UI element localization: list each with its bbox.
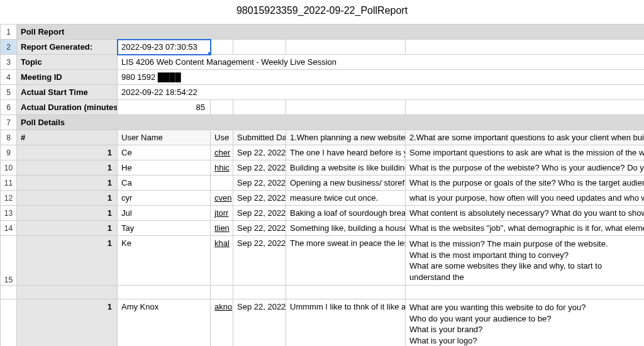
row-number[interactable]: 15 (1, 236, 17, 286)
cell-num[interactable]: 1 (17, 221, 118, 236)
col-header-user-name[interactable]: User Name (118, 130, 211, 145)
label-duration[interactable]: Actual Duration (minutes) (17, 100, 118, 115)
row-number[interactable] (1, 286, 17, 299)
cell-q1[interactable]: Something like, building a house? (286, 221, 406, 236)
label-meeting-id[interactable]: Meeting ID (17, 70, 118, 85)
row-number[interactable]: 6 (1, 100, 17, 115)
grid-cell[interactable] (286, 40, 406, 55)
grid-cell[interactable] (211, 286, 233, 299)
email-link[interactable]: cven (214, 193, 231, 203)
cell-q1[interactable]: The one I have heard before is you (286, 145, 406, 160)
grid-cell[interactable] (406, 100, 645, 115)
cell-meeting-id[interactable]: 980 1592 ████ (118, 70, 645, 85)
email-link[interactable]: khal (214, 238, 230, 248)
grid-cell[interactable] (233, 40, 286, 55)
section-poll-details[interactable]: Poll Details (17, 115, 645, 130)
cell-submitted-date[interactable]: Sep 22, 2022 (233, 299, 286, 346)
cell-topic[interactable]: LIS 4206 Web Content Management - Weekly… (118, 55, 645, 70)
col-header-q2[interactable]: 2.What are some important questions to a… (406, 130, 645, 145)
cell-num[interactable]: 1 (17, 145, 118, 160)
col-header-num[interactable]: # (17, 130, 118, 145)
section-header[interactable]: Poll Report (17, 25, 645, 40)
cell-num[interactable]: 1 (17, 160, 118, 176)
row-number[interactable]: 16 (1, 299, 17, 346)
email-link[interactable]: akno (214, 302, 232, 311)
grid-row[interactable]: 5 Actual Start Time 2022-09-22 18:54:22 (1, 85, 645, 100)
cell-user-email[interactable] (211, 176, 233, 191)
row-number[interactable]: 13 (1, 206, 17, 221)
row-number[interactable]: 2 (1, 40, 17, 55)
table-row[interactable]: 131JuljtorrSep 22, 2022Baking a loaf of … (1, 206, 645, 221)
cell-duration[interactable]: 85 (118, 100, 211, 115)
cell-q2[interactable]: what is your purpose, how often will you… (406, 191, 645, 206)
cell-num[interactable]: 1 (17, 176, 118, 191)
label-start-time[interactable]: Actual Start Time (17, 85, 118, 100)
cell-q1[interactable]: The more sweat in peace the less (286, 236, 406, 286)
table-row[interactable]: 121cyrcvenSep 22, 2022measure twice cut … (1, 191, 645, 206)
cell-q2[interactable]: What is the websites "job", what demogra… (406, 221, 645, 236)
cell-q1[interactable]: Building a website is like building a (286, 160, 406, 176)
cell-submitted-date[interactable]: Sep 22, 2022 (233, 191, 286, 206)
cell-q2[interactable]: What is the purpose of the webiste? Who … (406, 160, 645, 176)
cell-user-email[interactable]: cven (211, 191, 233, 206)
cell-submitted-date[interactable]: Sep 22, 2022 (233, 176, 286, 191)
grid-row[interactable]: 1 Poll Report (1, 25, 645, 40)
table-row[interactable]: 151KekhalSep 22, 2022The more sweat in p… (1, 236, 645, 286)
cell-report-generated[interactable]: 2022-09-23 07:30:53 (118, 40, 211, 55)
cell-num[interactable]: 1 (17, 206, 118, 221)
row-number[interactable]: 8 (1, 130, 17, 145)
grid-cell[interactable] (17, 286, 118, 299)
cell-q2[interactable]: What is the purpose or goals of the site… (406, 176, 645, 191)
grid-cell[interactable] (118, 286, 211, 299)
cell-user-email[interactable]: cher (211, 145, 233, 160)
grid-cell[interactable] (211, 100, 233, 115)
label-report-generated[interactable]: Report Generated: (17, 40, 118, 55)
table-row[interactable]: 91CecherSep 22, 2022The one I have heard… (1, 145, 645, 160)
table-row[interactable]: 161Amy KnoxaknoSep 22, 2022Ummmm I like … (1, 299, 645, 346)
cell-user-name[interactable]: Ca (118, 176, 211, 191)
grid-row[interactable]: 6 Actual Duration (minutes) 85 (1, 100, 645, 115)
grid-cell[interactable] (286, 286, 406, 299)
cell-q2[interactable]: What is the mission? The main purpose of… (406, 236, 645, 286)
cell-user-name[interactable]: Jul (118, 206, 211, 221)
row-number[interactable]: 4 (1, 70, 17, 85)
cell-q2[interactable]: What are you wanting this website to do … (406, 299, 645, 346)
table-row[interactable]: 141TaytlienSep 22, 2022Something like, b… (1, 221, 645, 236)
cell-num[interactable]: 1 (17, 299, 118, 346)
row-number[interactable]: 14 (1, 221, 17, 236)
selection-handle[interactable] (208, 52, 211, 55)
email-link[interactable]: cher (214, 148, 230, 157)
grid-row[interactable]: 2 Report Generated: 2022-09-23 07:30:53 (1, 40, 645, 55)
grid-cell[interactable] (233, 286, 286, 299)
row-number[interactable]: 1 (1, 25, 17, 40)
spreadsheet-grid[interactable]: 1 Poll Report 2 Report Generated: 2022-0… (0, 24, 644, 346)
cell-user-name[interactable]: Amy Knox (118, 299, 211, 346)
cell-q2[interactable]: Some important questions to ask are what… (406, 145, 645, 160)
grid-cell[interactable] (406, 40, 645, 55)
cell-user-name[interactable]: Ce (118, 145, 211, 160)
col-header-q1[interactable]: 1.When planning a new website, w (286, 130, 406, 145)
row-number[interactable]: 7 (1, 115, 17, 130)
cell-q2[interactable]: What content is absolutely necessary? Wh… (406, 206, 645, 221)
grid-row[interactable]: 7 Poll Details (1, 115, 645, 130)
cell-user-email[interactable]: jtorr (211, 206, 233, 221)
cell-user-name[interactable]: cyr (118, 191, 211, 206)
col-header-user-email[interactable]: Use (211, 130, 233, 145)
table-row[interactable]: 101HehhicSep 22, 2022Building a website … (1, 160, 645, 176)
row-number[interactable]: 12 (1, 191, 17, 206)
row-number[interactable]: 9 (1, 145, 17, 160)
grid-cell[interactable] (233, 100, 286, 115)
row-number[interactable]: 11 (1, 176, 17, 191)
cell-q1[interactable]: Opening a new business/ storefron (286, 176, 406, 191)
grid-cell[interactable] (286, 100, 406, 115)
table-row[interactable] (1, 286, 645, 299)
row-number[interactable]: 5 (1, 85, 17, 100)
grid-row[interactable]: 3 Topic LIS 4206 Web Content Management … (1, 55, 645, 70)
cell-q1[interactable]: Baking a loaf of sourdough bread. (286, 206, 406, 221)
email-link[interactable]: tlien (214, 223, 230, 233)
cell-q1[interactable]: measure twice cut once. (286, 191, 406, 206)
row-number[interactable]: 3 (1, 55, 17, 70)
email-link[interactable]: hhic (214, 163, 230, 172)
grid-cell[interactable] (211, 40, 233, 55)
cell-user-email[interactable]: akno (211, 299, 233, 346)
